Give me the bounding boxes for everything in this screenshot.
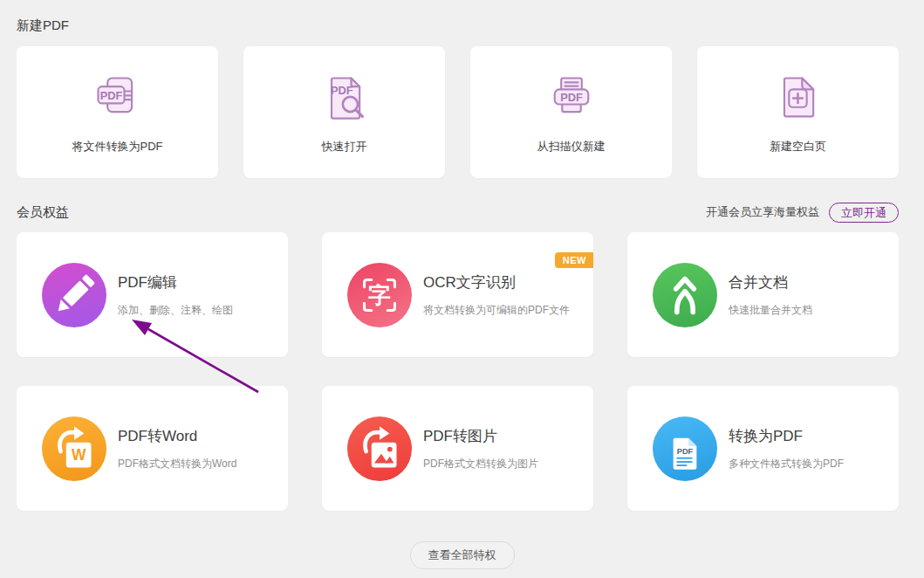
- svg-text:PDF: PDF: [677, 447, 694, 456]
- card-label: 新建空白页: [770, 139, 826, 155]
- new-pdf-card-grid: PDF 将文件转换为PDF PDF 快速打开: [17, 46, 899, 178]
- create-from-scanner-icon: PDF: [545, 71, 598, 125]
- card-convert-to-pdf[interactable]: PDF 转换为PDF 多种文件格式转换为PDF: [627, 386, 899, 511]
- merge-documents-icon: [653, 263, 717, 327]
- ocr-icon: 字: [347, 263, 412, 327]
- card-title: PDF编辑: [118, 272, 233, 292]
- card-pdf-to-image[interactable]: PDF转图片 PDF格式文档转换为图片: [322, 386, 593, 511]
- card-label: 快速打开: [322, 139, 367, 155]
- card-create-from-scanner[interactable]: PDF 从扫描仪新建: [470, 46, 672, 178]
- card-text: OCR文字识别 将文档转换为可编辑的PDF文件: [423, 272, 570, 318]
- benefits-header-row: 会员权益 开通会员立享海量权益 立即开通: [17, 202, 899, 223]
- new-pdf-section-title: 新建PDF: [17, 17, 924, 34]
- card-pdf-edit[interactable]: PDF编辑 添加、删除、注释、绘图: [17, 232, 288, 357]
- convert-files-to-pdf-icon: PDF: [92, 71, 144, 125]
- card-ocr[interactable]: NEW 字 OCR文字识别 将文档转换为可编辑的PDF文件: [322, 232, 593, 357]
- benefits-section-title: 会员权益: [17, 204, 69, 221]
- card-label: 从扫描仪新建: [537, 139, 606, 155]
- view-all-privileges-button[interactable]: 查看全部特权: [410, 541, 515, 569]
- svg-text:PDF: PDF: [330, 83, 352, 96]
- new-blank-page-icon: [772, 71, 825, 125]
- convert-to-pdf-icon: PDF: [653, 416, 717, 481]
- card-convert-files-to-pdf[interactable]: PDF 将文件转换为PDF: [17, 46, 218, 178]
- card-quick-open[interactable]: PDF 快速打开: [243, 46, 445, 178]
- card-text: 合并文档 快速批量合并文档: [729, 272, 812, 318]
- svg-text:W: W: [72, 446, 86, 464]
- svg-text:字: 字: [368, 283, 391, 307]
- upgrade-now-button[interactable]: 立即开通: [829, 203, 899, 223]
- card-title: PDF转图片: [423, 426, 538, 446]
- card-text: 转换为PDF 多种文件格式转换为PDF: [729, 426, 844, 471]
- card-title: 转换为PDF: [729, 426, 844, 446]
- benefits-card-grid: PDF编辑 添加、删除、注释、绘图 NEW 字: [17, 232, 899, 511]
- card-merge-documents[interactable]: 合并文档 快速批量合并文档: [627, 232, 899, 357]
- card-new-blank-page[interactable]: 新建空白页: [697, 46, 899, 178]
- pdf-edit-icon: [42, 263, 106, 327]
- card-pdf-to-word[interactable]: W PDF转Word PDF格式文档转换为Word: [17, 386, 288, 511]
- card-title: 合并文档: [729, 272, 812, 292]
- home-panel: 新建PDF PDF 将文件转换为PDF PDF: [0, 0, 924, 578]
- card-subtitle: PDF格式文档转换为图片: [423, 457, 538, 471]
- card-text: PDF转图片 PDF格式文档转换为图片: [423, 426, 538, 471]
- pdf-to-word-icon: W: [42, 416, 106, 481]
- card-text: PDF转Word PDF格式文档转换为Word: [118, 426, 236, 471]
- card-label: 将文件转换为PDF: [72, 139, 163, 155]
- card-subtitle: 快速批量合并文档: [729, 303, 812, 318]
- card-subtitle: PDF格式文档转换为Word: [118, 457, 236, 471]
- card-title: PDF转Word: [118, 426, 236, 446]
- svg-text:PDF: PDF: [560, 90, 583, 103]
- quick-open-icon: PDF: [318, 71, 371, 125]
- footer: 查看全部特权: [0, 541, 924, 569]
- card-subtitle: 多种文件格式转换为PDF: [729, 457, 844, 471]
- card-title: OCR文字识别: [423, 272, 570, 292]
- new-badge: NEW: [555, 252, 593, 268]
- card-text: PDF编辑 添加、删除、注释、绘图: [118, 272, 233, 318]
- promo-text: 开通会员立享海量权益: [706, 204, 819, 220]
- card-subtitle: 添加、删除、注释、绘图: [118, 303, 233, 318]
- pdf-to-image-icon: [347, 416, 412, 481]
- svg-text:PDF: PDF: [99, 88, 122, 101]
- card-subtitle: 将文档转换为可编辑的PDF文件: [423, 303, 570, 318]
